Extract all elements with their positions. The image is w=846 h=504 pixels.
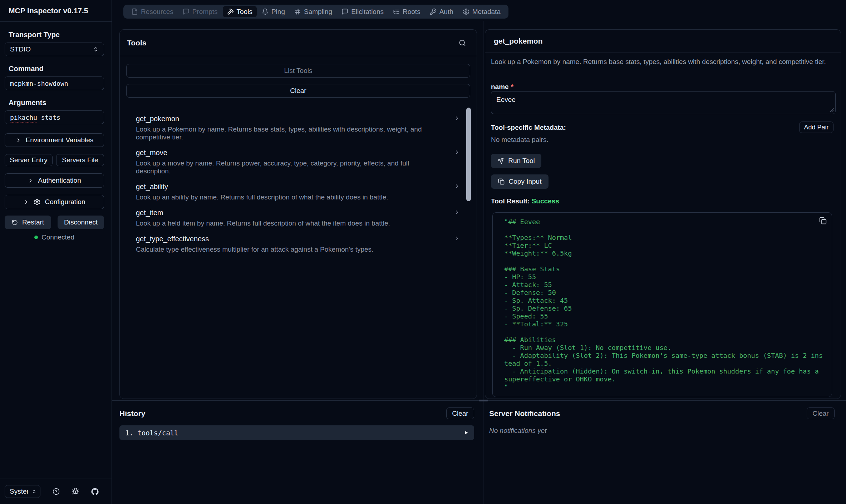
chevron-right-icon xyxy=(454,183,460,189)
tool-description: Look up a Pokemon by name. Returns base … xyxy=(136,125,436,141)
bug-icon[interactable] xyxy=(72,488,79,495)
disconnect-button[interactable]: Disconnect xyxy=(58,216,104,229)
tools-panel: Tools List Tools Clear get_pokemon Look … xyxy=(119,29,477,399)
tool-detail-header: get_pokemon xyxy=(485,30,841,53)
tool-item-get-item[interactable]: get_item Look up a held item by name. Re… xyxy=(136,209,455,227)
transport-type-label: Transport Type xyxy=(9,31,104,39)
resize-grip-icon[interactable] xyxy=(830,108,834,112)
tool-item-get-pokemon[interactable]: get_pokemon Look up a Pokemon by name. R… xyxy=(136,115,455,141)
tool-item-get-type-effectiveness[interactable]: get_type_effectiveness Calculate type ef… xyxy=(136,235,455,253)
chevrons-up-down-icon xyxy=(93,46,99,52)
arguments-input[interactable]: pikachu stats xyxy=(5,110,104,124)
vertical-splitter[interactable] xyxy=(483,21,483,504)
send-icon xyxy=(497,158,504,164)
arguments-value-misspelled: pikachu xyxy=(10,114,37,121)
tab-label: Sampling xyxy=(304,8,332,16)
tool-name: get_item xyxy=(136,209,455,217)
tool-name: get_ability xyxy=(136,183,455,191)
play-icon xyxy=(464,430,468,435)
configuration-label: Configuration xyxy=(45,198,85,206)
mcp-inspector-app: MCP Inspector v0.17.5 Transport Type STD… xyxy=(0,0,846,504)
hash-icon xyxy=(294,8,301,15)
tool-result-line: Tool Result: Success xyxy=(491,197,559,205)
splitter-handle[interactable] xyxy=(479,400,488,401)
sidebar: MCP Inspector v0.17.5 Transport Type STD… xyxy=(0,0,112,504)
clear-notifications-label: Clear xyxy=(812,410,828,417)
chevron-right-icon xyxy=(454,115,460,122)
param-name-label: name* xyxy=(491,83,513,91)
tab-elicitations[interactable]: Elicitations xyxy=(337,6,388,17)
history-item-tools-call[interactable]: 1. tools/call xyxy=(119,425,474,440)
servers-file-button[interactable]: Servers File xyxy=(56,154,104,166)
copy-result-icon[interactable] xyxy=(819,217,827,224)
chevron-right-icon xyxy=(15,137,21,143)
theme-select[interactable]: System xyxy=(5,485,40,498)
tab-metadata[interactable]: Metadata xyxy=(458,6,505,17)
command-input[interactable]: mcpkmn-showdown xyxy=(5,76,104,90)
no-metadata-text: No metadata pairs. xyxy=(491,136,549,144)
tab-label: Ping xyxy=(271,8,285,16)
history-item-label: 1. tools/call xyxy=(125,429,178,437)
clear-notifications-button[interactable]: Clear xyxy=(807,407,835,419)
tool-name: get_pokemon xyxy=(136,115,455,123)
restart-button[interactable]: Restart xyxy=(5,216,51,229)
restart-label: Restart xyxy=(22,218,44,226)
no-notifications-text: No notifications yet xyxy=(489,427,835,435)
hammer-icon xyxy=(227,8,234,15)
transport-type-value: STDIO xyxy=(10,45,31,53)
tab-roots[interactable]: Roots xyxy=(389,6,425,17)
configuration-button[interactable]: Configuration xyxy=(5,195,104,209)
tree-icon xyxy=(393,8,400,15)
environment-variables-button[interactable]: Environment Variables xyxy=(5,133,104,147)
chevron-right-icon xyxy=(454,235,460,242)
tab-label: Elicitations xyxy=(351,8,384,16)
authentication-button[interactable]: Authentication xyxy=(5,173,104,188)
required-marker: * xyxy=(511,83,513,90)
param-name-field-wrap: Eevee xyxy=(491,91,836,114)
tool-list: get_pokemon Look up a Pokemon by name. R… xyxy=(120,104,477,253)
help-icon[interactable] xyxy=(53,488,60,495)
tool-name: get_type_effectiveness xyxy=(136,235,455,243)
tool-detail-title: get_pokemon xyxy=(494,37,543,45)
tools-scrollbar[interactable] xyxy=(466,108,471,201)
tab-label: Roots xyxy=(403,8,420,16)
tab-ping[interactable]: Ping xyxy=(257,6,289,17)
list-tools-button[interactable]: List Tools xyxy=(126,64,470,78)
file-icon xyxy=(131,8,138,15)
tool-item-get-move[interactable]: get_move Look up a move by name. Returns… xyxy=(136,149,455,175)
chevron-right-icon xyxy=(23,199,29,205)
tool-name: get_move xyxy=(136,149,455,157)
tab-tools[interactable]: Tools xyxy=(223,6,257,17)
list-tools-label: List Tools xyxy=(284,67,313,75)
clear-tools-button[interactable]: Clear xyxy=(126,84,470,98)
bell-icon xyxy=(262,8,269,15)
tab-sampling[interactable]: Sampling xyxy=(290,6,336,17)
tools-panel-title: Tools xyxy=(127,39,146,47)
tool-description: Calculate type effectiveness multiplier … xyxy=(136,246,436,253)
sidebar-body: Transport Type STDIO Command mcpkmn-show… xyxy=(0,22,112,241)
tab-label: Tools xyxy=(237,8,252,16)
tool-description: Look up a held item by name. Returns ful… xyxy=(136,219,436,227)
tool-description: Look up a move by name. Returns power, a… xyxy=(136,159,436,175)
tab-prompts[interactable]: Prompts xyxy=(178,6,222,17)
tab-resources[interactable]: Resources xyxy=(127,6,178,17)
search-icon[interactable] xyxy=(459,39,466,46)
tool-item-get-ability[interactable]: get_ability Look up an ability by name. … xyxy=(136,183,455,201)
server-notifications-section: Server Notifications Clear No notificati… xyxy=(489,400,835,435)
github-icon[interactable] xyxy=(91,488,99,495)
run-tool-button[interactable]: Run Tool xyxy=(491,154,541,168)
clear-history-button[interactable]: Clear xyxy=(446,407,474,419)
tool-result-status: Success xyxy=(532,197,559,205)
param-name-input[interactable]: Eevee xyxy=(491,92,835,114)
sidebar-footer: System xyxy=(0,479,112,504)
copy-input-button[interactable]: Copy Input xyxy=(491,174,549,189)
environment-variables-label: Environment Variables xyxy=(26,136,94,144)
add-pair-button[interactable]: Add Pair xyxy=(799,122,833,133)
server-entry-button[interactable]: Server Entry xyxy=(5,154,53,166)
transport-type-select[interactable]: STDIO xyxy=(5,43,104,56)
tab-auth[interactable]: Auth xyxy=(426,6,458,17)
tool-result-text: "## Eevee **Types:** Normal **Tier:** LC… xyxy=(493,213,824,396)
arguments-value-rest: stats xyxy=(37,114,60,121)
connected-label: Connected xyxy=(41,233,74,241)
authentication-label: Authentication xyxy=(38,177,81,184)
